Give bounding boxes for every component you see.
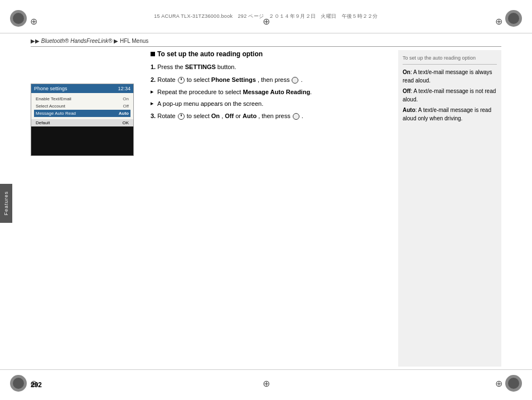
footer-ok: OK [122, 120, 129, 125]
step2-select: to select [187, 76, 211, 83]
press-icon-1 [292, 77, 298, 84]
right-panel-auto: Auto: A text/e-mail message is read alou… [403, 106, 497, 123]
row3-value: Auto [119, 111, 129, 116]
step2-number: 2. [151, 76, 156, 83]
breadcrumb-section: HFL Menus [120, 38, 148, 44]
step3-select: to select [187, 113, 211, 119]
footer-default: Default [36, 120, 50, 125]
step2-bold: Phone Settings [211, 76, 256, 83]
step1-bold: SETTINGS [185, 64, 216, 70]
screen-footer: Default OK [31, 119, 133, 126]
bottom-bar: 292 [0, 369, 532, 400]
black-square-icon [151, 52, 155, 56]
screen-title: Phone settings [34, 86, 67, 91]
row3-label: Message Auto Read [36, 111, 76, 116]
screen-body: Enable Text/Email On Select Account Off … [31, 93, 133, 119]
left-panel: Phone settings 12:34 Enable Text/Email O… [31, 50, 142, 367]
screen-row-2: Select Account Off [34, 103, 130, 110]
row1-value: On [123, 96, 129, 101]
step3-bold1: On [211, 113, 220, 119]
on-text: : A text/e-mail message is always read a… [403, 69, 492, 84]
step-3: 3. Rotate to select On , Off or Auto , t… [151, 111, 393, 121]
press-icon-2 [293, 113, 299, 120]
step1-number: 1. [151, 64, 156, 70]
screen-row-1: Enable Text/Email On [34, 95, 130, 103]
off-text: : A text/e-mail message is not read alou… [403, 88, 496, 103]
bullet-1: Repeat the procedure to select Message A… [151, 87, 393, 97]
right-panel: To set up the auto reading option On: A … [398, 50, 501, 367]
breadcrumb-prefix: ▶▶ [31, 38, 40, 44]
middle-panel: To set up the auto reading option 1. Pre… [142, 50, 398, 367]
off-label: Off [403, 88, 410, 94]
features-label: Features [3, 191, 9, 216]
instructions-title: To set up the auto reading option [157, 50, 263, 58]
dial-icon-2 [178, 113, 185, 120]
right-panel-off: Off: A text/e-mail message is not read a… [403, 87, 497, 104]
row2-value: Off [123, 104, 129, 109]
breadcrumb: ▶▶ Bluetooth® HandsFreeLink® ▶ HFL Menus [31, 38, 501, 47]
main-content: Phone settings 12:34 Enable Text/Email O… [31, 50, 501, 367]
row1-label: Enable Text/Email [36, 96, 71, 101]
auto-text: : A text/e-mail message is read aloud on… [403, 107, 491, 121]
top-bar-text: 15 ACURA TLX-31TZ36000.book 292 ページ ２０１４… [154, 13, 378, 20]
bullet-2: A pop-up menu appears on the screen. [151, 99, 393, 109]
instructions: 1. Press the SETTINGS button. 2. Rotate … [151, 62, 393, 121]
auto-label: Auto [403, 107, 415, 113]
step3-sep2: or [235, 113, 243, 119]
step3-rotate: Rotate [157, 113, 177, 119]
step3-then: , then press [258, 113, 292, 119]
step-2: 2. Rotate to select Phone Settings , the… [151, 75, 393, 85]
step3-bold2: Off [225, 113, 234, 119]
screen-row-3: Message Auto Read Auto [34, 110, 130, 117]
dial-icon-1 [178, 77, 185, 84]
step3-number: 3. [151, 113, 156, 119]
step2-then: , then press [258, 76, 292, 83]
step1-text-before: Press the [157, 64, 185, 70]
bullet1-bold: Message Auto Reading [243, 89, 310, 95]
breadcrumb-italic: Bluetooth® HandsFreeLink® [41, 38, 113, 44]
features-tab: Features [0, 184, 12, 223]
step3-end: . [302, 113, 303, 119]
step3-bold3: Auto [243, 113, 257, 119]
breadcrumb-arrow: ▶ [114, 38, 118, 44]
step2-rotate: Rotate [157, 76, 177, 83]
step-1: 1. Press the SETTINGS button. [151, 62, 393, 72]
screen-header: Phone settings 12:34 [31, 84, 133, 93]
row2-label: Select Account [36, 104, 65, 109]
top-bar: 15 ACURA TLX-31TZ36000.book 292 ページ ２０１４… [0, 0, 532, 33]
screen-time: 12:34 [118, 86, 130, 91]
page-number: 292 [31, 381, 42, 389]
step1-text-after: button. [217, 64, 236, 70]
step2-end: . [301, 76, 303, 83]
right-panel-on: On: A text/e-mail message is always read… [403, 68, 497, 85]
section-title: To set up the auto reading option [151, 50, 393, 58]
right-panel-title: To set up the auto reading option [403, 55, 497, 65]
on-label: On [403, 69, 410, 75]
screen-mockup: Phone settings 12:34 Enable Text/Email O… [31, 84, 134, 156]
